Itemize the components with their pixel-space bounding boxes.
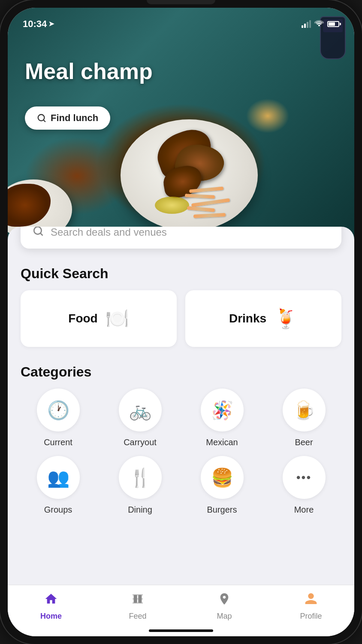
time-display: 10:34 xyxy=(23,18,47,30)
drinks-label: Drinks xyxy=(229,312,266,325)
fries-decoration xyxy=(181,188,241,222)
quick-search-title: Quick Search xyxy=(21,266,341,282)
more-label: More xyxy=(294,505,314,515)
app-title: Meal champ xyxy=(25,59,153,84)
feed-label: Feed xyxy=(129,612,146,621)
category-burgers[interactable]: 🍔 Burgers xyxy=(184,456,259,515)
category-mexican[interactable]: 🪅 Mexican xyxy=(184,389,259,447)
wifi-icon xyxy=(314,19,324,28)
status-time: 10:34 ➤ xyxy=(23,18,54,30)
find-lunch-label: Find lunch xyxy=(51,112,98,124)
battery-icon xyxy=(327,21,339,27)
phone-screen: 10:34 ➤ xyxy=(8,8,354,636)
category-current[interactable]: 🕐 Current xyxy=(21,389,96,447)
content-area[interactable]: Search deals and venues Quick Search Foo… xyxy=(8,227,354,585)
svg-point-0 xyxy=(318,25,320,27)
groups-label: Groups xyxy=(44,505,72,515)
profile-label: Profile xyxy=(300,612,322,621)
mexican-label: Mexican xyxy=(206,437,238,447)
phone-shell: 10:34 ➤ xyxy=(0,0,362,644)
category-beer[interactable]: 🍺 Beer xyxy=(266,389,341,447)
carryout-label: Carryout xyxy=(124,437,157,447)
hero-section: Meal champ Find lunch xyxy=(8,8,354,248)
nav-home[interactable]: Home xyxy=(8,592,94,621)
burgers-label: Burgers xyxy=(207,505,237,515)
search-icon xyxy=(33,227,44,239)
categories-row2: 👥 Groups 🍴 Dining 🍔 Burgers ••• More xyxy=(21,456,341,515)
food-icon: 🍽️ xyxy=(106,307,129,330)
map-label: Map xyxy=(217,612,232,621)
status-bar: 10:34 ➤ xyxy=(8,8,354,33)
map-icon xyxy=(217,592,231,609)
food-visual xyxy=(108,102,271,231)
groups-icon: 👥 xyxy=(37,456,80,499)
drinks-card[interactable]: Drinks 🍹 xyxy=(185,290,341,347)
dining-icon: 🍴 xyxy=(119,456,162,499)
quick-search-grid: Food 🍽️ Drinks 🍹 xyxy=(21,290,341,347)
find-lunch-button[interactable]: Find lunch xyxy=(25,106,110,130)
feed-icon xyxy=(131,592,145,609)
more-icon: ••• xyxy=(283,456,326,499)
bottom-nav: Home Feed Map xyxy=(8,585,354,636)
category-more[interactable]: ••• More xyxy=(266,456,341,515)
dining-label: Dining xyxy=(128,505,152,515)
nav-map[interactable]: Map xyxy=(181,592,268,621)
signal-icon xyxy=(302,20,311,28)
current-icon: 🕐 xyxy=(37,389,80,431)
category-carryout[interactable]: 🚲 Carryout xyxy=(103,389,178,447)
main-plate xyxy=(121,119,258,231)
location-arrow-icon: ➤ xyxy=(48,20,54,28)
categories-title: Categories xyxy=(21,364,341,380)
food-card[interactable]: Food 🍽️ xyxy=(21,290,177,347)
drinks-icon: 🍹 xyxy=(274,307,298,330)
beer-icon: 🍺 xyxy=(283,389,326,431)
category-dining[interactable]: 🍴 Dining xyxy=(103,456,178,515)
svg-rect-3 xyxy=(134,595,137,603)
category-groups[interactable]: 👥 Groups xyxy=(21,456,96,515)
food-label: Food xyxy=(68,312,97,325)
svg-rect-4 xyxy=(138,595,142,603)
search-bar[interactable]: Search deals and venues xyxy=(21,227,341,249)
home-label: Home xyxy=(40,612,62,621)
search-placeholder: Search deals and venues xyxy=(51,227,167,238)
nav-feed[interactable]: Feed xyxy=(94,592,181,621)
home-icon xyxy=(44,592,58,609)
home-indicator xyxy=(149,629,213,632)
status-icons xyxy=(302,19,339,28)
profile-icon xyxy=(304,592,318,609)
current-label: Current xyxy=(44,437,72,447)
categories-row1: 🕐 Current 🚲 Carryout 🪅 Mexican 🍺 Beer xyxy=(21,389,341,447)
beer-label: Beer xyxy=(295,437,313,447)
nav-profile[interactable]: Profile xyxy=(268,592,354,621)
mexican-icon: 🪅 xyxy=(201,389,244,431)
burgers-icon: 🍔 xyxy=(201,456,244,499)
carryout-icon: 🚲 xyxy=(119,389,162,431)
